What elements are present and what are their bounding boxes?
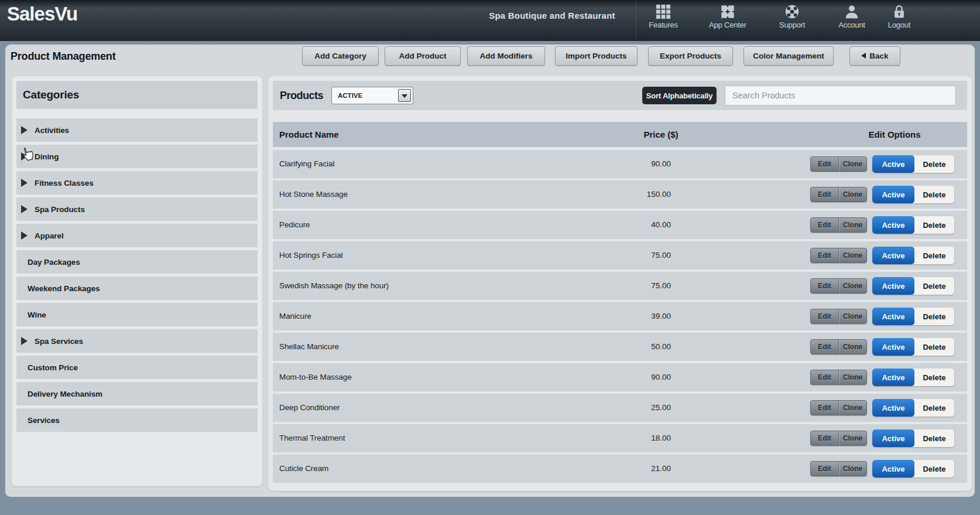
- nav-features[interactable]: Features: [637, 2, 690, 39]
- nav-logout[interactable]: Logout: [873, 2, 926, 39]
- edit-button[interactable]: Edit: [811, 309, 838, 323]
- active-button[interactable]: Active: [872, 460, 914, 478]
- active-button[interactable]: Active: [872, 369, 914, 386]
- delete-button[interactable]: Delete: [914, 186, 954, 203]
- delete-button[interactable]: Delete: [914, 247, 954, 264]
- toolbar-button-color-management[interactable]: Color Management: [743, 46, 834, 66]
- products-title: Products: [280, 81, 323, 110]
- clone-button[interactable]: Clone: [839, 462, 866, 476]
- clone-button[interactable]: Clone: [839, 340, 866, 354]
- active-button[interactable]: Active: [872, 399, 914, 417]
- search-products-input[interactable]: [725, 86, 956, 105]
- category-item-spa-products[interactable]: Spa Products: [16, 197, 258, 221]
- category-item-delivery-mechanism[interactable]: Delivery Mechanism: [16, 382, 258, 405]
- active-button[interactable]: Active: [872, 338, 914, 356]
- category-item-weekend-packages[interactable]: Weekend Packages: [16, 277, 258, 300]
- active-button[interactable]: Active: [872, 186, 914, 203]
- clone-button[interactable]: Clone: [839, 401, 866, 415]
- category-item-day-packages[interactable]: Day Packages: [16, 250, 258, 274]
- product-row: Pedicure 40.00 Edit Clone Active Delete: [273, 211, 967, 239]
- back-button[interactable]: Back: [849, 46, 900, 66]
- edit-button[interactable]: Edit: [811, 279, 838, 293]
- store-name: Spa Boutique and Restaurant: [464, 11, 640, 21]
- category-item-apparel[interactable]: Apparel: [16, 224, 258, 247]
- edit-button[interactable]: Edit: [811, 218, 838, 232]
- expand-arrow-icon[interactable]: [21, 179, 28, 187]
- category-item-activities[interactable]: Activities: [16, 118, 258, 142]
- active-button[interactable]: Active: [872, 247, 914, 264]
- delete-button[interactable]: Delete: [914, 399, 954, 417]
- clone-button[interactable]: Clone: [839, 248, 866, 262]
- category-item-wine[interactable]: Wine: [16, 303, 258, 326]
- delete-button[interactable]: Delete: [914, 216, 954, 234]
- active-button[interactable]: Active: [872, 155, 914, 173]
- edit-button[interactable]: Edit: [811, 401, 838, 415]
- products-panel: Products ACTIVE Sort Alphabetically Prod…: [268, 76, 972, 491]
- toolbar-button-add-modifiers[interactable]: Add Modifiers: [467, 46, 545, 66]
- active-button[interactable]: Active: [872, 308, 914, 325]
- active-button[interactable]: Active: [872, 277, 914, 295]
- product-row: Hot Stone Massage 150.00 Edit Clone Acti…: [273, 180, 967, 209]
- category-label: Activities: [35, 126, 69, 135]
- toolbar-button-add-product[interactable]: Add Product: [385, 46, 461, 66]
- nav-app-center[interactable]: App Center: [698, 2, 757, 39]
- delete-button[interactable]: Delete: [914, 308, 954, 325]
- clone-button[interactable]: Clone: [839, 218, 866, 232]
- product-price: 21.00: [583, 455, 671, 483]
- toolbar-button-import-products[interactable]: Import Products: [555, 46, 638, 66]
- product-row: Deep Conditioner 25.00 Edit Clone Active…: [273, 394, 967, 422]
- clone-button[interactable]: Clone: [839, 370, 866, 384]
- active-delete-group: Active Delete: [872, 429, 954, 447]
- delete-button[interactable]: Delete: [914, 338, 954, 356]
- edit-button[interactable]: Edit: [811, 157, 838, 171]
- nav-account-label: Account: [825, 21, 878, 29]
- nav-logout-label: Logout: [873, 21, 926, 29]
- category-item-services[interactable]: Services: [16, 408, 258, 432]
- category-item-fitness-classes[interactable]: Fitness Classes: [16, 171, 258, 195]
- categories-panel: Categories Activities Dining Fitness Cla…: [12, 76, 262, 486]
- nav-account[interactable]: Account: [825, 2, 878, 39]
- active-button[interactable]: Active: [872, 429, 914, 447]
- category-item-spa-services[interactable]: Spa Services: [16, 329, 258, 353]
- expand-arrow-icon[interactable]: [21, 152, 28, 161]
- delete-button[interactable]: Delete: [914, 369, 954, 386]
- edit-button[interactable]: Edit: [811, 187, 838, 202]
- expand-arrow-icon[interactable]: [21, 126, 28, 134]
- category-item-dining[interactable]: Dining: [16, 145, 258, 168]
- product-name: Thermal Treatment: [279, 424, 345, 452]
- category-label: Apparel: [35, 231, 64, 240]
- nav-support-label: Support: [766, 21, 818, 29]
- delete-button[interactable]: Delete: [914, 460, 954, 478]
- edit-button[interactable]: Edit: [811, 248, 838, 262]
- nav-support[interactable]: Support: [766, 2, 818, 39]
- edit-button[interactable]: Edit: [811, 370, 838, 384]
- edit-button[interactable]: Edit: [811, 340, 838, 354]
- nav-app-center-label: App Center: [698, 21, 757, 29]
- categories-list: Activities Dining Fitness Classes Spa Pr…: [16, 118, 258, 435]
- expand-arrow-icon[interactable]: [21, 231, 28, 240]
- delete-button[interactable]: Delete: [914, 277, 954, 295]
- toolbar-button-add-category[interactable]: Add Category: [302, 46, 379, 66]
- clone-button[interactable]: Clone: [839, 157, 866, 171]
- delete-button[interactable]: Delete: [914, 429, 954, 447]
- clone-button[interactable]: Clone: [839, 187, 866, 202]
- salesvu-logo[interactable]: SalesVu: [7, 3, 77, 25]
- clone-button[interactable]: Clone: [839, 279, 866, 293]
- category-label: Fitness Classes: [35, 179, 94, 187]
- clone-button[interactable]: Clone: [839, 309, 866, 323]
- expand-arrow-icon[interactable]: [21, 337, 28, 345]
- expand-arrow-icon[interactable]: [21, 205, 28, 213]
- dropdown-button[interactable]: [398, 89, 411, 102]
- edit-clone-group: Edit Clone: [810, 309, 867, 324]
- toolbar-button-export-products[interactable]: Export Products: [648, 46, 733, 66]
- edit-button[interactable]: Edit: [811, 462, 838, 476]
- product-name: Deep Conditioner: [279, 394, 340, 422]
- status-filter-dropdown[interactable]: ACTIVE: [331, 87, 413, 104]
- product-row: Swedish Massage (by the hour) 75.00 Edit…: [273, 272, 967, 300]
- delete-button[interactable]: Delete: [914, 155, 954, 173]
- active-button[interactable]: Active: [872, 216, 914, 234]
- sort-alphabetically-button[interactable]: Sort Alphabetically: [642, 87, 717, 104]
- clone-button[interactable]: Clone: [839, 431, 866, 445]
- edit-button[interactable]: Edit: [811, 431, 838, 445]
- category-item-custom-price[interactable]: Custom Price: [16, 356, 258, 379]
